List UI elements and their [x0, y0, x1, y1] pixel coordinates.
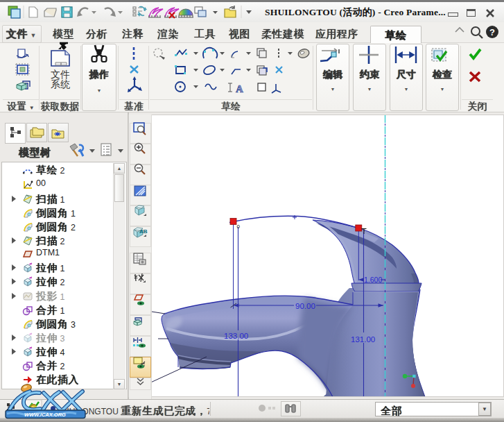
svg-text:90.00: 90.00: [295, 302, 315, 310]
svg-text:1.600: 1.600: [364, 276, 382, 284]
svg-text:133.00: 133.00: [224, 332, 248, 340]
svg-text:0: 0: [237, 223, 241, 230]
svg-text:131.00: 131.00: [351, 335, 375, 344]
